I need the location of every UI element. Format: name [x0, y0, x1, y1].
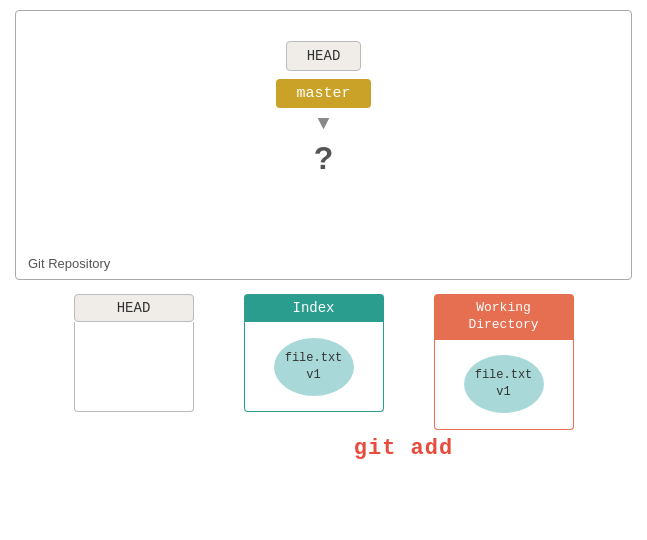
- head-label: HEAD: [286, 41, 362, 71]
- git-add-row: git add: [15, 436, 632, 461]
- index-file-name: file.txt: [285, 350, 343, 367]
- index-file-blob: file.txt v1: [274, 338, 354, 396]
- wd-file-name: file.txt: [475, 367, 533, 384]
- arrow-down-icon: ▼: [317, 114, 329, 134]
- wd-file-version: v1: [496, 384, 510, 401]
- index-column: Index file.txt v1: [234, 294, 394, 412]
- index-file-version: v1: [306, 367, 320, 384]
- question-mark: ?: [314, 140, 334, 177]
- repo-content: HEAD master ▼ ?: [46, 31, 601, 177]
- index-column-label: Index: [244, 294, 384, 322]
- working-directory-label: Working Directory: [434, 294, 574, 340]
- working-directory-column: Working Directory file.txt v1: [424, 294, 584, 430]
- wd-file-blob: file.txt v1: [464, 355, 544, 413]
- git-add-label: git add: [334, 436, 474, 461]
- head-column-body: [74, 322, 194, 412]
- working-directory-label-line1: Working: [476, 300, 531, 315]
- master-branch-label: master: [276, 79, 370, 108]
- index-column-body: file.txt v1: [244, 322, 384, 412]
- git-repository-box: HEAD master ▼ ? Git Repository: [15, 10, 632, 280]
- git-repository-label: Git Repository: [28, 256, 110, 271]
- head-column-label: HEAD: [74, 294, 194, 322]
- bottom-section: HEAD Index file.txt v1 Working Directory…: [15, 294, 632, 430]
- working-directory-body: file.txt v1: [434, 340, 574, 430]
- working-directory-label-line2: Directory: [468, 317, 538, 332]
- head-column: HEAD: [64, 294, 204, 412]
